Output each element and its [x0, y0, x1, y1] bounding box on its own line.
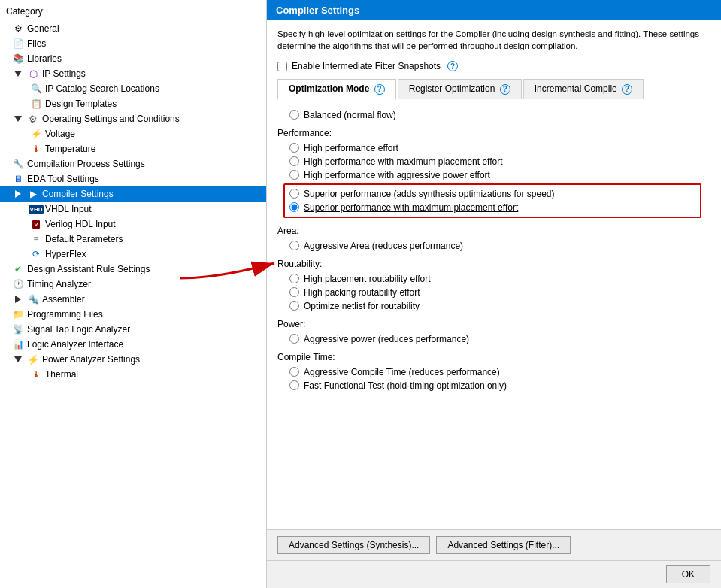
high-packing-routability-radio[interactable]	[289, 287, 299, 297]
sidebar-item-thermal[interactable]: 🌡 Thermal	[0, 367, 266, 382]
ip-icon: ⬡	[27, 68, 39, 80]
sidebar-item-voltage[interactable]: ⚡ Voltage	[0, 126, 266, 141]
prog-files-icon: 📁	[12, 308, 24, 320]
optimization-mode-content: Balanced (normal flow) Performance: High…	[277, 108, 710, 393]
enable-intermediate-row: Enable Intermediate Fitter Snapshots ?	[277, 61, 710, 71]
optimize-netlist-row: Optimize netlist for routability	[277, 299, 710, 313]
balanced-label: Balanced (normal flow)	[304, 110, 396, 120]
balanced-row: Balanced (normal flow)	[277, 108, 710, 122]
expand-right-icon	[12, 188, 24, 200]
settings-icon: ⚙	[27, 113, 39, 125]
sidebar-item-temperature[interactable]: 🌡 Temperature	[0, 141, 266, 156]
sidebar-item-files[interactable]: 📄 Files	[0, 36, 266, 51]
tab-register-optimization[interactable]: Register Optimization ?	[398, 79, 522, 99]
advanced-fitter-button[interactable]: Advanced Settings (Fitter)...	[436, 536, 571, 554]
high-packing-routability-label: High packing routability effort	[304, 287, 420, 298]
superior-perf-row: Superior performance (adds synthesis opt…	[289, 187, 695, 201]
aggressive-compile-time-row: Aggressive Compile Time (reduces perform…	[277, 365, 710, 379]
sidebar-item-assembler[interactable]: 🔩 Assembler	[0, 292, 266, 307]
superior-perf-max-radio[interactable]	[289, 202, 299, 212]
compilation-icon: 🔧	[12, 158, 24, 170]
sidebar-item-operating-settings[interactable]: ⚙ Operating Settings and Conditions	[0, 111, 266, 126]
enable-intermediate-label: Enable Intermediate Fitter Snapshots	[292, 61, 441, 71]
aggressive-power-label: Aggressive power (reduces performance)	[304, 334, 469, 344]
aggressive-power-radio[interactable]	[289, 334, 299, 344]
optimize-netlist-radio[interactable]	[289, 301, 299, 311]
compiler-icon: ▶	[27, 188, 39, 200]
expand-down-icon-2	[12, 113, 24, 125]
fast-functional-test-radio[interactable]	[289, 380, 299, 390]
high-placement-routability-radio[interactable]	[289, 274, 299, 283]
tab-optimization-mode[interactable]: Optimization Mode ?	[277, 79, 396, 99]
aggressive-power-row: Aggressive power (reduces performance)	[277, 332, 710, 346]
sidebar-item-verilog[interactable]: V Verilog HDL Input	[0, 217, 266, 232]
high-placement-routability-label: High placement routability effort	[304, 274, 431, 284]
enable-intermediate-help-icon[interactable]: ?	[447, 61, 458, 71]
thermometer-icon: 🌡	[30, 143, 42, 155]
aggressive-area-label: Aggressive Area (reduces performance)	[304, 241, 463, 251]
verilog-icon: V	[30, 218, 42, 230]
balanced-radio[interactable]	[289, 110, 299, 120]
compiler-settings-title: Compiler Settings	[267, 0, 721, 20]
optimize-netlist-label: Optimize netlist for routability	[304, 301, 420, 311]
default-params-icon: ≡	[30, 233, 42, 245]
tabs-row: Optimization Mode ? Register Optimizatio…	[277, 79, 710, 99]
aggressive-area-radio[interactable]	[289, 241, 299, 250]
vhdl-icon: VHD	[30, 203, 42, 215]
aggressive-area-row: Aggressive Area (reduces performance)	[277, 239, 710, 253]
logic-analyzer-icon: 📊	[12, 338, 24, 350]
aggressive-compile-time-radio[interactable]	[289, 367, 299, 377]
files-icon: 📄	[12, 38, 24, 50]
sidebar-item-logic-analyzer[interactable]: 📊 Logic Analyzer Interface	[0, 337, 266, 352]
superior-perf-radio[interactable]	[289, 189, 299, 199]
tab-incremental-compile[interactable]: Incremental Compile ?	[523, 79, 644, 99]
high-perf-aggressive-power-radio[interactable]	[289, 170, 299, 180]
sidebar-item-ip-settings[interactable]: ⬡ IP Settings	[0, 66, 266, 81]
sidebar-item-power-analyzer[interactable]: ⚡ Power Analyzer Settings	[0, 352, 266, 367]
enable-intermediate-checkbox[interactable]	[277, 62, 287, 71]
sidebar-item-timing-analyzer[interactable]: 🕐 Timing Analyzer	[0, 277, 266, 292]
sidebar-item-hyperflex[interactable]: ⟳ HyperFlex	[0, 247, 266, 262]
magnify-icon: 🔍	[30, 83, 42, 95]
fast-functional-test-row: Fast Functional Test (hold-timing optimi…	[277, 379, 710, 393]
high-perf-max-placement-label: High performance with maximum placement …	[304, 156, 503, 167]
template-icon: 📋	[30, 98, 42, 110]
sidebar-item-programming-files[interactable]: 📁 Programming Files	[0, 307, 266, 322]
sidebar-item-libraries[interactable]: 📚 Libraries	[0, 51, 266, 66]
sidebar-header: Category:	[0, 3, 266, 21]
thermal-icon: 🌡	[30, 368, 42, 380]
power-icon: ⚡	[27, 353, 39, 365]
expand-right-icon-assembler	[12, 293, 24, 305]
sidebar-item-signal-tap[interactable]: 📡 Signal Tap Logic Analyzer	[0, 322, 266, 337]
content-footer: Advanced Settings (Synthesis)... Advance…	[267, 529, 721, 560]
sidebar-item-compilation-process[interactable]: 🔧 Compilation Process Settings	[0, 156, 266, 171]
main-container: Category: ⚙ General 📄 Files 📚 Libraries …	[0, 0, 721, 588]
content-panel: Compiler Settings Specify high-level opt…	[267, 0, 721, 588]
high-perf-max-placement-radio[interactable]	[289, 156, 299, 166]
sidebar-item-design-templates[interactable]: 📋 Design Templates	[0, 96, 266, 111]
high-perf-radio[interactable]	[289, 143, 299, 153]
bottom-buttons: OK	[267, 560, 721, 588]
sidebar-item-ip-catalog[interactable]: 🔍 IP Catalog Search Locations	[0, 81, 266, 96]
sidebar-item-general[interactable]: ⚙ General	[0, 21, 266, 36]
content-body: Specify high-level optimization settings…	[267, 20, 721, 529]
sidebar-item-design-assistant[interactable]: ✔ Design Assistant Rule Settings	[0, 262, 266, 277]
advanced-synthesis-button[interactable]: Advanced Settings (Synthesis)...	[277, 536, 430, 554]
sidebar-item-eda-tool[interactable]: 🖥 EDA Tool Settings	[0, 171, 266, 186]
incremental-compile-help-icon[interactable]: ?	[622, 84, 632, 95]
sidebar-item-default-params[interactable]: ≡ Default Parameters	[0, 232, 266, 247]
compile-time-section-label: Compile Time:	[277, 352, 710, 362]
register-optimization-help-icon[interactable]: ?	[500, 84, 510, 95]
highlighted-options-box: Superior performance (adds synthesis opt…	[283, 183, 701, 218]
clock-icon: 🕐	[12, 278, 24, 290]
superior-perf-label: Superior performance (adds synthesis opt…	[304, 189, 555, 199]
ok-button[interactable]: OK	[666, 565, 710, 583]
sidebar-item-vhdl[interactable]: VHD VHDL Input	[0, 202, 266, 217]
expand-down-icon-3	[12, 353, 24, 365]
optimization-mode-help-icon[interactable]: ?	[374, 84, 385, 95]
sidebar-item-compiler-settings[interactable]: ▶ Compiler Settings	[0, 186, 266, 202]
high-perf-max-placement-row: High performance with maximum placement …	[277, 155, 710, 168]
routability-section-label: Routability:	[277, 259, 710, 269]
high-packing-routability-row: High packing routability effort	[277, 286, 710, 299]
high-perf-aggressive-power-label: High performance with aggressive power e…	[304, 170, 490, 180]
